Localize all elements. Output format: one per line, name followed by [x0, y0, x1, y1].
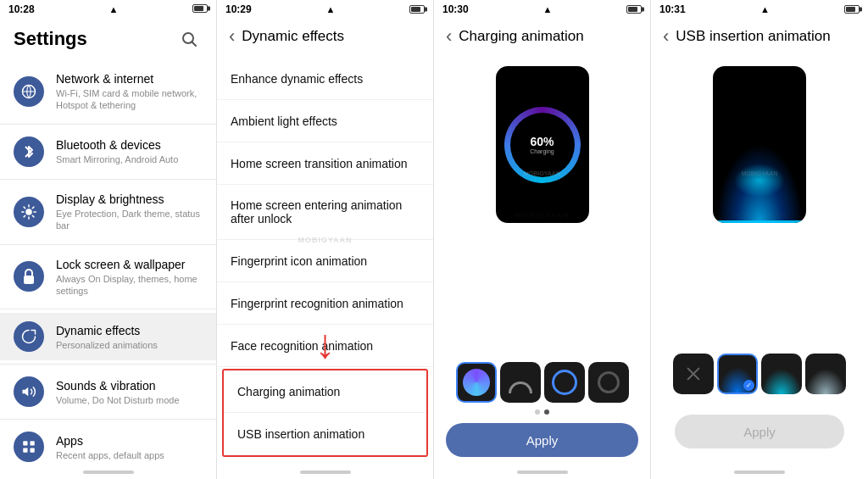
- back-charging[interactable]: ‹: [446, 25, 452, 47]
- search-button[interactable]: [175, 25, 203, 53]
- thumb-x-icon: [683, 364, 704, 384]
- thumb-outline-icon: [598, 371, 620, 393]
- red-arrow-down: ↓: [315, 324, 336, 365]
- apply-button-usb: Apply: [675, 415, 844, 448]
- settings-item-sounds[interactable]: Sounds & vibration Volume, Do Not Distur…: [0, 368, 216, 415]
- settings-item-display[interactable]: Display & brightness Eye Protection, Dar…: [0, 183, 216, 241]
- thumb-charging-3[interactable]: [544, 362, 585, 403]
- menu-enhance[interactable]: Enhance dynamic effects: [217, 58, 433, 100]
- charging-header: ‹ Charging animation: [434, 19, 650, 58]
- dynamic-subtitle: Personalized animations: [56, 339, 203, 351]
- back-dynamic[interactable]: ‹: [229, 25, 235, 47]
- settings-list: Network & internet Wi-Fi, SIM card & mob…: [0, 63, 216, 465]
- menu-home-entering[interactable]: Home screen entering animation after unl…: [217, 185, 433, 240]
- svg-point-3: [25, 209, 32, 215]
- settings-item-network[interactable]: Network & internet Wi-Fi, SIM card & mob…: [0, 63, 216, 120]
- status-bar-dynamic: 10:29 ▲: [217, 0, 433, 19]
- svg-line-1: [192, 42, 197, 47]
- thumb-usb-4[interactable]: [805, 354, 846, 394]
- watermark-phone-charging: MOBIGYAAN: [524, 170, 560, 176]
- sounds-subtitle: Volume, Do Not Disturb mode: [56, 394, 203, 406]
- thumb-glow-cyan: [761, 369, 802, 394]
- bluetooth-subtitle: Smart Mirroring, Android Auto: [56, 153, 203, 165]
- usb-title: USB insertion animation: [676, 28, 830, 45]
- thumb-usb-1[interactable]: [673, 354, 714, 394]
- dynamic-menu: Enhance dynamic effects Ambient light ef…: [217, 58, 433, 465]
- lockscreen-icon: [14, 261, 44, 292]
- thumb-ring-icon: [463, 369, 490, 396]
- menu-fingerprint-icon[interactable]: Fingerprint icon animation: [217, 240, 433, 282]
- menu-ambient[interactable]: Ambient light effects: [217, 100, 433, 142]
- network-icon: [14, 76, 44, 107]
- signal-usb: ▲: [760, 4, 770, 14]
- dynamic-header: ‹ Dynamic effects: [217, 19, 433, 58]
- battery-icon: [192, 4, 208, 14]
- thumb-charging-2[interactable]: [500, 362, 541, 403]
- usb-glow-bar: [713, 220, 806, 223]
- menu-charging[interactable]: Charging animation: [224, 370, 426, 413]
- dynamic-icon: [14, 321, 44, 352]
- network-subtitle: Wi-Fi, SIM card & mobile network, Hotspo…: [56, 87, 203, 112]
- network-text: Network & internet Wi-Fi, SIM card & mob…: [56, 71, 203, 112]
- settings-item-lockscreen[interactable]: Lock screen & wallpaper Always On Displa…: [0, 248, 216, 306]
- lockscreen-subtitle: Always On Display, themes, home settings: [56, 273, 203, 298]
- settings-item-bluetooth[interactable]: Bluetooth & devices Smart Mirroring, And…: [0, 128, 216, 175]
- charging-panel: 10:30 ▲ ‹ Charging animation 60% Chargin…: [434, 0, 651, 479]
- battery-dynamic: [409, 5, 425, 14]
- apply-button-charging[interactable]: Apply: [446, 423, 638, 457]
- settings-item-apps[interactable]: Apps Recent apps, default apps: [0, 423, 216, 465]
- usb-panel: 10:31 ▲ ‹ USB insertion animation MOBIGY…: [651, 0, 868, 479]
- menu-fingerprint-recog[interactable]: Fingerprint recognition animation: [217, 282, 433, 325]
- network-title: Network & internet: [56, 71, 203, 86]
- thumb-usb-2[interactable]: ✓: [717, 354, 758, 394]
- time-usb: 10:31: [659, 3, 686, 15]
- back-usb[interactable]: ‹: [663, 25, 669, 47]
- dynamic-title: Dynamic effects: [56, 323, 203, 338]
- thumb-glow-white: [805, 369, 846, 394]
- status-icons: [192, 4, 208, 14]
- lockscreen-text: Lock screen & wallpaper Always On Displa…: [56, 257, 203, 298]
- svg-rect-9: [31, 448, 35, 453]
- thumb-charging-4[interactable]: [588, 362, 629, 403]
- scroll-indicator: [83, 471, 134, 474]
- svg-marker-5: [23, 387, 29, 397]
- bluetooth-title: Bluetooth & devices: [56, 137, 203, 153]
- charge-percent: 60%: [530, 135, 554, 148]
- dynamic-panel: 10:29 ▲ ‹ Dynamic effects Enhance dynami…: [217, 0, 434, 479]
- display-subtitle: Eye Protection, Dark theme, status bar: [56, 208, 203, 232]
- svg-rect-4: [24, 276, 34, 284]
- watermark-phone-usb: MOBIGYAAN: [742, 170, 778, 176]
- status-bar-charging: 10:30 ▲: [434, 0, 650, 19]
- dynamic-title: Dynamic effects: [242, 28, 344, 45]
- apps-title: Apps: [56, 433, 203, 448]
- svg-rect-8: [23, 448, 27, 453]
- charging-title: Charging animation: [459, 28, 583, 45]
- signal-icon: ▲: [108, 4, 118, 14]
- settings-item-dynamic[interactable]: Dynamic effects Personalized animations …: [0, 313, 216, 360]
- bluetooth-icon: [14, 136, 44, 167]
- highlighted-box: Charging animation USB insertion animati…: [222, 369, 428, 457]
- thumb-usb-3[interactable]: [761, 354, 802, 394]
- battery-usb: [844, 5, 860, 14]
- signal-dynamic: ▲: [326, 4, 335, 14]
- usb-preview: MOBIGYAAN: [651, 58, 868, 350]
- battery-charging: [626, 5, 642, 14]
- charging-preview: 60% Charging MOBIGYAAN: [434, 58, 650, 359]
- phone-mockup-usb: MOBIGYAAN: [713, 66, 806, 223]
- thumb-arc-icon: [509, 382, 532, 393]
- dot-1: [535, 409, 540, 415]
- apps-icon: [14, 432, 44, 462]
- settings-header: Settings: [0, 19, 216, 63]
- lockscreen-title: Lock screen & wallpaper: [56, 257, 203, 272]
- apply-area-usb: Apply: [663, 411, 856, 457]
- usb-header: ‹ USB insertion animation: [651, 19, 868, 58]
- scroll-indicator-charging: [517, 471, 568, 474]
- svg-rect-6: [23, 442, 27, 446]
- dynamic-text: Dynamic effects Personalized animations: [56, 323, 203, 351]
- bluetooth-text: Bluetooth & devices Smart Mirroring, And…: [56, 137, 203, 165]
- menu-usb[interactable]: USB insertion animation: [224, 413, 426, 455]
- charge-sublabel: Charging: [530, 148, 554, 154]
- search-icon: [181, 31, 198, 47]
- thumb-charging-1[interactable]: [456, 362, 497, 403]
- menu-home-transition[interactable]: Home screen transition animation: [217, 142, 433, 185]
